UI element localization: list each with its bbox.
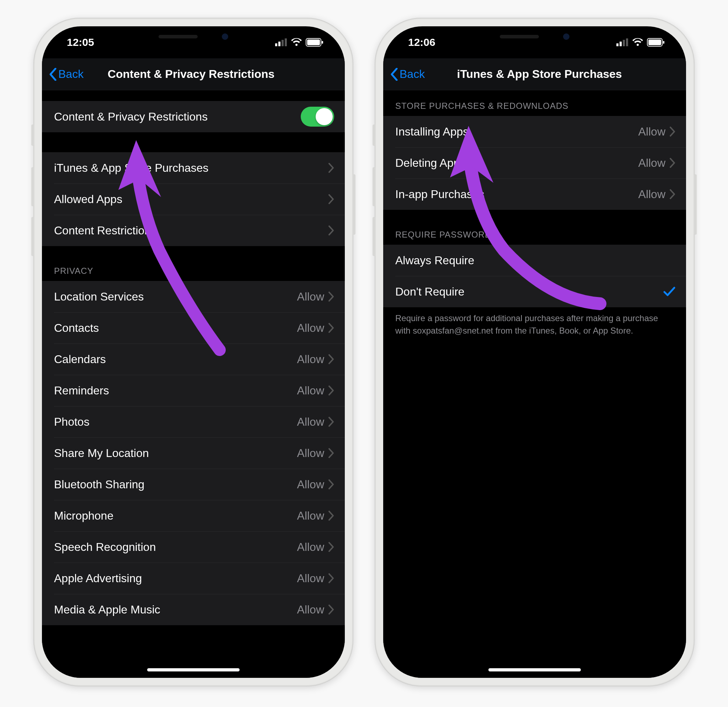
main-rows-group: iTunes & App Store Purchases Allowed App… [42, 152, 345, 246]
svg-rect-2 [282, 40, 284, 46]
privacy-row[interactable]: MicrophoneAllow [42, 500, 345, 531]
privacy-row[interactable]: RemindersAllow [42, 375, 345, 406]
chevron-right-icon [328, 479, 334, 489]
privacy-row[interactable]: PhotosAllow [42, 406, 345, 437]
cell-value: Allow [297, 603, 324, 616]
chevron-right-icon [328, 417, 334, 427]
svg-rect-7 [616, 43, 618, 46]
cell-label: iTunes & App Store Purchases [54, 162, 328, 175]
cell-label: Reminders [54, 384, 297, 397]
chevron-right-icon [670, 127, 675, 137]
home-indicator[interactable] [488, 668, 581, 671]
chevron-right-icon [328, 226, 334, 236]
speaker [500, 35, 539, 38]
notch [124, 26, 263, 47]
cell-label: Allowed Apps [54, 193, 328, 206]
battery-icon [647, 38, 665, 46]
content-restrictions-row[interactable]: Content Restrictions [42, 215, 345, 246]
checkmark-icon [663, 286, 675, 297]
screen-right: 12:06 Back iTunes & App Store Purchases … [383, 26, 686, 678]
privacy-row[interactable]: Share My LocationAllow [42, 437, 345, 469]
privacy-row[interactable]: CalendarsAllow [42, 344, 345, 375]
cell-value: Allow [297, 447, 324, 460]
password-header: REQUIRE PASSWORD [383, 230, 686, 245]
always-require-row[interactable]: Always Require [383, 245, 686, 276]
privacy-row[interactable]: Speech RecognitionAllow [42, 531, 345, 562]
cell-value: Allow [297, 384, 324, 397]
dont-require-row[interactable]: Don't Require [383, 276, 686, 307]
svg-rect-8 [620, 42, 622, 46]
password-group: REQUIRE PASSWORD Always Require Don't Re… [383, 230, 686, 337]
svg-rect-13 [663, 41, 664, 44]
nav-bar: Back Content & Privacy Restrictions [42, 58, 345, 90]
page-title: iTunes & App Store Purchases [400, 68, 679, 81]
cell-label: Bluetooth Sharing [54, 478, 297, 491]
status-right [275, 38, 324, 46]
itunes-appstore-row[interactable]: iTunes & App Store Purchases [42, 152, 345, 184]
content-area[interactable]: Content & Privacy Restrictions iTunes & … [42, 90, 345, 678]
home-indicator[interactable] [147, 668, 240, 671]
cellular-icon [275, 38, 287, 46]
cell-label: Contacts [54, 321, 297, 335]
chevron-right-icon [328, 323, 334, 333]
content-privacy-toggle-row[interactable]: Content & Privacy Restrictions [42, 101, 345, 132]
privacy-row[interactable]: Apple AdvertisingAllow [42, 562, 345, 594]
store-header: STORE PURCHASES & REDOWNLOADS [383, 101, 686, 116]
notch [465, 26, 604, 47]
content-area[interactable]: STORE PURCHASES & REDOWNLOADS Installing… [383, 90, 686, 678]
battery-icon [306, 38, 324, 46]
cell-value: Allow [297, 572, 324, 585]
chevron-right-icon [670, 189, 675, 199]
status-time: 12:05 [67, 36, 94, 48]
cell-label: Deleting Apps [395, 156, 638, 170]
chevron-left-icon [390, 68, 398, 81]
chevron-right-icon [328, 386, 334, 395]
volume-up-button [373, 167, 376, 206]
silence-switch [373, 124, 376, 146]
power-button [352, 174, 355, 235]
chevron-right-icon [328, 194, 334, 204]
cell-value: Allow [297, 478, 324, 491]
cell-label: Media & Apple Music [54, 603, 297, 616]
privacy-row[interactable]: Location ServicesAllow [42, 281, 345, 312]
deleting-apps-row[interactable]: Deleting Apps Allow [383, 147, 686, 179]
phone-frame-left: 12:05 Back Content & Privacy Restriction… [33, 18, 353, 686]
privacy-row[interactable]: Bluetooth SharingAllow [42, 469, 345, 500]
privacy-header: PRIVACY [42, 266, 345, 281]
svg-rect-3 [285, 38, 287, 46]
cell-value: Allow [297, 353, 324, 366]
svg-rect-5 [307, 39, 320, 45]
screen-left: 12:05 Back Content & Privacy Restriction… [42, 26, 345, 678]
chevron-right-icon [328, 604, 334, 614]
chevron-right-icon [328, 292, 334, 302]
cell-value: Allow [297, 290, 324, 304]
front-camera [222, 33, 228, 40]
svg-rect-6 [322, 41, 323, 44]
cell-value: Allow [297, 415, 324, 428]
installing-apps-row[interactable]: Installing Apps Allow [383, 116, 686, 147]
cell-label: Photos [54, 415, 297, 428]
svg-rect-12 [649, 39, 661, 45]
privacy-row[interactable]: Media & Apple MusicAllow [42, 594, 345, 625]
wifi-icon [291, 38, 302, 46]
chevron-right-icon [328, 448, 334, 458]
cell-label: Microphone [54, 509, 297, 522]
chevron-right-icon [328, 542, 334, 552]
front-camera [563, 33, 569, 40]
cell-value: Allow [297, 321, 324, 335]
inapp-purchases-row[interactable]: In-app Purchases Allow [383, 179, 686, 210]
svg-rect-0 [275, 43, 277, 46]
status-time: 12:06 [408, 36, 435, 48]
speaker [159, 35, 198, 38]
privacy-row[interactable]: ContactsAllow [42, 312, 345, 344]
cell-label: Always Require [395, 254, 675, 267]
cell-label: In-app Purchases [395, 188, 638, 201]
status-right [616, 38, 665, 46]
cell-label: Location Services [54, 290, 297, 304]
allowed-apps-row[interactable]: Allowed Apps [42, 184, 345, 215]
nav-bar: Back iTunes & App Store Purchases [383, 58, 686, 90]
privacy-group: PRIVACY Location ServicesAllowContactsAl… [42, 266, 345, 625]
wifi-icon [632, 38, 643, 46]
toggle-switch-on[interactable] [301, 107, 334, 127]
silence-switch [31, 124, 34, 146]
